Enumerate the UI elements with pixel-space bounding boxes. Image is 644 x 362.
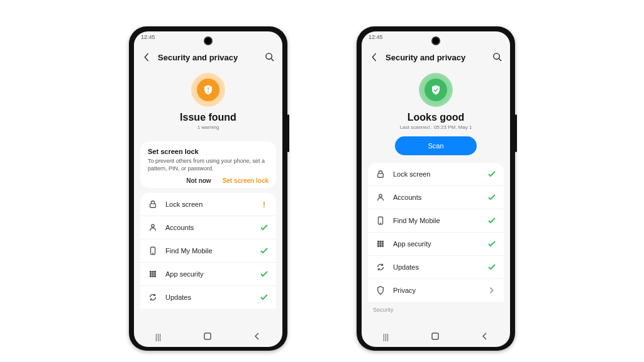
user-icon (375, 192, 386, 202)
status-heading: Issue found (180, 112, 236, 123)
recommendation-card: Set screen lock To prevent others from u… (140, 141, 276, 188)
svg-point-29 (382, 243, 383, 244)
search-icon[interactable] (265, 52, 275, 62)
list-item[interactable]: App security (140, 263, 276, 286)
svg-point-28 (380, 243, 381, 244)
shield-alert-icon (197, 79, 219, 101)
device-icon (375, 216, 386, 226)
check-icon (260, 293, 269, 302)
svg-point-0 (266, 53, 272, 59)
nav-back-icon[interactable] (481, 332, 489, 342)
page-title: Security and privacy (386, 53, 492, 62)
shield-check-icon (425, 79, 447, 101)
phone-good: 12:45 Security and privacy Looks good La… (357, 26, 515, 351)
card-title: Set screen lock (148, 148, 269, 155)
list-item-label: Find My Mobile (165, 247, 260, 255)
home-icon[interactable] (431, 332, 439, 342)
update-icon (148, 292, 158, 302)
back-icon[interactable] (142, 52, 152, 62)
list-item-label: Updates (393, 263, 487, 271)
svg-point-30 (377, 245, 379, 246)
list-item-label: App security (393, 240, 487, 248)
list-item[interactable]: Privacy (368, 279, 504, 302)
lock-icon (148, 199, 158, 209)
status-badge-ok (419, 73, 453, 107)
home-icon[interactable] (204, 332, 211, 342)
back-icon[interactable] (369, 52, 379, 62)
card-desc: To prevent others from using your phone,… (148, 157, 269, 172)
privacy-icon (375, 285, 386, 295)
svg-rect-3 (208, 91, 209, 92)
list-item-label: Find My Mobile (393, 217, 487, 224)
camera-cutout (431, 36, 440, 45)
lock-icon (375, 169, 386, 179)
phone-issue: 12:45 Security and privacy Issue found 1… (129, 26, 287, 351)
svg-rect-17 (204, 333, 211, 339)
list-item[interactable]: Lock screen (368, 163, 504, 186)
list-item-label: Accounts (165, 224, 260, 231)
svg-point-31 (380, 245, 381, 246)
nav-bar: ||| (362, 327, 510, 347)
list-item[interactable]: Find My Mobile (140, 239, 276, 263)
svg-point-32 (382, 245, 383, 246)
svg-rect-20 (378, 173, 384, 177)
svg-point-14 (150, 276, 151, 277)
security-list: Lock screen ! Accounts Find My Mobile Ap… (140, 193, 276, 309)
check-icon (260, 270, 269, 278)
list-item[interactable]: Accounts (368, 186, 504, 209)
page-title: Security and privacy (158, 53, 265, 62)
svg-point-9 (152, 272, 153, 273)
check-icon (260, 246, 269, 255)
svg-point-10 (154, 272, 155, 273)
security-list: Lock screen Accounts Find My Mobile App … (368, 163, 504, 302)
grid-icon (375, 239, 386, 249)
list-item-label: Privacy (393, 287, 487, 294)
svg-point-27 (377, 243, 379, 244)
user-icon (148, 222, 158, 233)
svg-point-16 (154, 276, 155, 277)
svg-point-11 (150, 273, 151, 275)
chevron-right-icon (487, 286, 496, 295)
list-item[interactable]: Updates (368, 256, 504, 279)
svg-line-1 (271, 58, 274, 61)
check-icon (260, 223, 269, 232)
nav-bar: ||| (134, 327, 282, 347)
scan-button[interactable]: Scan (395, 136, 477, 155)
set-screen-lock-button[interactable]: Set screen lock (223, 177, 269, 184)
status-sub: Last scanned : 05:23 PM, May 1 (400, 124, 472, 130)
camera-cutout (204, 36, 213, 45)
recents-icon[interactable]: ||| (383, 332, 389, 341)
svg-rect-4 (150, 204, 156, 207)
list-item[interactable]: Lock screen ! (140, 193, 276, 216)
check-icon (487, 263, 496, 272)
svg-point-21 (379, 194, 382, 197)
alert-icon: ! (260, 200, 269, 209)
list-item[interactable]: Find My Mobile (368, 209, 504, 233)
status-heading: Looks good (408, 112, 465, 123)
svg-point-13 (154, 273, 155, 275)
check-icon (487, 170, 496, 178)
list-item[interactable]: Updates (140, 286, 276, 309)
check-icon (487, 193, 496, 202)
section-label: Security (362, 302, 510, 313)
update-icon (375, 262, 386, 272)
not-now-button[interactable]: Not now (186, 177, 211, 184)
list-item-label: Lock screen (165, 200, 260, 208)
list-item-label: Accounts (393, 194, 487, 201)
list-item[interactable]: App security (368, 233, 504, 256)
list-item-label: Updates (165, 293, 260, 301)
svg-point-25 (380, 241, 381, 242)
svg-point-12 (152, 273, 153, 275)
search-icon[interactable] (492, 52, 502, 62)
svg-point-5 (152, 224, 154, 227)
svg-point-8 (150, 272, 151, 273)
status-badge-warn (191, 73, 225, 107)
device-icon (148, 246, 158, 256)
recents-icon[interactable]: ||| (155, 332, 161, 341)
svg-point-15 (152, 276, 153, 277)
status-sub: 1 warning (197, 124, 219, 130)
svg-rect-2 (208, 87, 209, 90)
list-item[interactable]: Accounts (140, 216, 276, 239)
nav-back-icon[interactable] (253, 332, 261, 342)
check-icon (487, 216, 496, 225)
